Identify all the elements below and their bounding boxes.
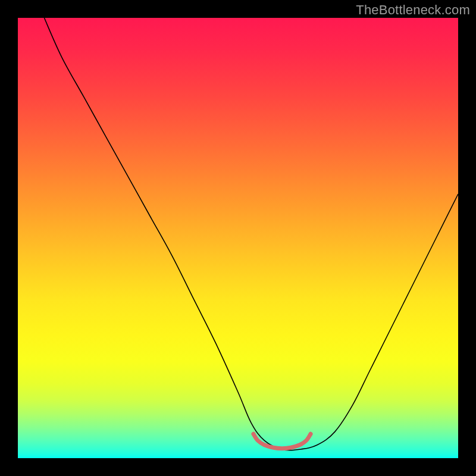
optimal-marker-path <box>253 434 311 448</box>
chart-frame: TheBottleneck.com <box>0 0 476 476</box>
watermark-text: TheBottleneck.com <box>356 2 470 18</box>
bottleneck-curve-path <box>44 18 458 450</box>
chart-svg <box>18 18 458 458</box>
plot-area <box>18 18 458 458</box>
